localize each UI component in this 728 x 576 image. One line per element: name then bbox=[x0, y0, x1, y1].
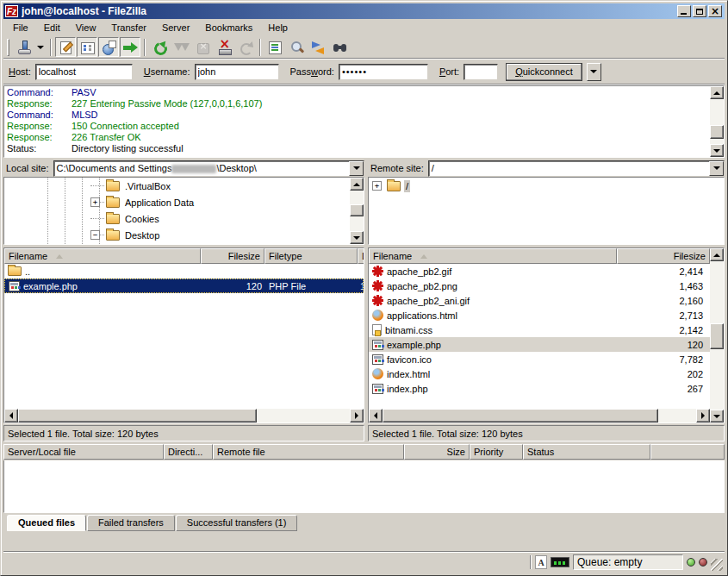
down-arrow-icon bbox=[353, 236, 360, 240]
tree-expander[interactable]: − bbox=[90, 230, 100, 240]
local-site-combobox[interactable]: C:\Documents and Settings\Desktop\ bbox=[53, 160, 364, 177]
menu-file[interactable]: File bbox=[5, 21, 36, 34]
reconnect-button[interactable] bbox=[235, 37, 256, 57]
apache-file-icon bbox=[372, 295, 383, 306]
scroll-thumb[interactable] bbox=[18, 409, 257, 423]
queue-column-server-local-file[interactable]: Server/Local file bbox=[3, 444, 164, 460]
site-manager-dropdown-button[interactable] bbox=[34, 37, 47, 57]
reconnect-icon bbox=[239, 41, 253, 54]
scroll-right-button[interactable] bbox=[696, 409, 710, 423]
cancel-operation-button[interactable] bbox=[192, 37, 213, 57]
scroll-thumb[interactable] bbox=[710, 323, 724, 349]
scroll-left-button[interactable] bbox=[369, 409, 383, 423]
queue-status: Queue: empty bbox=[573, 554, 683, 570]
queue-column-remote-file[interactable]: Remote file bbox=[213, 444, 404, 460]
scroll-down-button[interactable] bbox=[350, 231, 364, 244]
file-row-apache-pb2-gif[interactable]: apache_pb2.gif2,414 bbox=[369, 264, 710, 279]
close-icon: × bbox=[711, 7, 719, 16]
remote-file-list-pane: FilenameFilesize apache_pb2.gif2,414apac… bbox=[368, 247, 725, 423]
toggle-message-log-button[interactable] bbox=[55, 37, 76, 57]
file-row-favicon-ico[interactable]: favicon.ico7,782 bbox=[369, 352, 710, 366]
close-button[interactable]: × bbox=[708, 5, 722, 17]
queue-column-priority[interactable]: Priority bbox=[470, 444, 523, 460]
scroll-up-button[interactable] bbox=[710, 86, 724, 99]
tab-failed-transfers[interactable]: Failed transfers bbox=[87, 515, 175, 531]
file-row-example-php[interactable]: example.php120PHP File1 bbox=[4, 279, 364, 293]
tree-expander[interactable]: + bbox=[372, 181, 382, 191]
file-row-apache-pb2-ani-gif[interactable]: apache_pb2_ani.gif2,160 bbox=[369, 293, 710, 308]
column-header-filesize[interactable]: Filesize bbox=[201, 248, 264, 264]
remote-site-dropdown[interactable] bbox=[709, 161, 724, 176]
site-manager-button[interactable] bbox=[13, 37, 34, 57]
file-row--[interactable]: .. bbox=[4, 264, 364, 279]
directory-listing-filters-button[interactable] bbox=[264, 37, 285, 57]
log-command-row: Command:PASV bbox=[4, 87, 710, 98]
quickconnect-dropdown[interactable] bbox=[587, 63, 601, 81]
local-site-dropdown[interactable] bbox=[349, 161, 364, 176]
scroll-down-button[interactable] bbox=[710, 144, 724, 157]
toggle-transfer-queue-button[interactable] bbox=[120, 37, 140, 57]
tree-connector bbox=[90, 218, 104, 219]
directory-comparison-button[interactable] bbox=[286, 37, 307, 57]
queue-column-status[interactable]: Status bbox=[523, 444, 650, 460]
disconnect-button[interactable] bbox=[214, 37, 234, 57]
menu-transfer[interactable]: Transfer bbox=[103, 21, 154, 34]
toggle-remote-tree-button[interactable] bbox=[98, 37, 119, 57]
scroll-up-button[interactable] bbox=[710, 248, 724, 261]
tree-item-desktop[interactable]: −Desktop bbox=[4, 227, 350, 243]
tab-successful-transfers-1-[interactable]: Successful transfers (1) bbox=[176, 515, 298, 531]
tab-queued-files[interactable]: Queued files bbox=[7, 515, 86, 531]
menu-edit[interactable]: Edit bbox=[36, 21, 68, 34]
tree-expander[interactable]: + bbox=[90, 197, 100, 207]
column-header-filename[interactable]: Filename bbox=[4, 248, 201, 264]
find-files-button[interactable] bbox=[329, 37, 350, 57]
username-input[interactable] bbox=[195, 64, 279, 80]
tree-item-root[interactable]: +/ bbox=[369, 178, 724, 194]
menu-help[interactable]: Help bbox=[260, 21, 296, 34]
tree-item-application-data[interactable]: +Application Data bbox=[4, 194, 350, 210]
queue-column-size[interactable]: Size bbox=[404, 444, 470, 460]
scroll-thumb[interactable] bbox=[710, 125, 724, 139]
column-header-filetype[interactable]: Filetype bbox=[264, 248, 358, 264]
filename-cell: index.html bbox=[369, 366, 617, 381]
local-site-bar: Local site: C:\Documents and Settings\De… bbox=[3, 160, 364, 177]
minimize-button[interactable] bbox=[677, 5, 691, 17]
queue-column-directi-[interactable]: Directi... bbox=[164, 444, 213, 460]
host-input[interactable] bbox=[35, 64, 133, 80]
password-input[interactable] bbox=[339, 64, 428, 80]
scroll-up-button[interactable] bbox=[350, 178, 364, 191]
menu-view[interactable]: View bbox=[68, 21, 104, 34]
port-input[interactable] bbox=[464, 64, 498, 80]
quickconnect-button[interactable]: Quickconnect bbox=[506, 63, 582, 81]
scroll-track bbox=[18, 409, 350, 423]
tree-item--virtualbox[interactable]: .VirtualBox bbox=[4, 178, 350, 194]
column-header-l[interactable]: L bbox=[358, 248, 364, 264]
scroll-track bbox=[383, 409, 696, 423]
scroll-thumb[interactable] bbox=[350, 204, 364, 216]
column-header-filesize[interactable]: Filesize bbox=[617, 248, 710, 264]
scroll-thumb[interactable] bbox=[383, 409, 658, 423]
file-row-bitnami-css[interactable]: bitnami.css2,142 bbox=[369, 322, 710, 337]
scroll-down-button[interactable] bbox=[710, 410, 724, 423]
scroll-right-button[interactable] bbox=[350, 409, 364, 423]
remote-site-combobox[interactable]: / bbox=[428, 160, 725, 177]
message-log-rows: Command:PASVResponse:227 Entering Passiv… bbox=[4, 86, 710, 157]
process-queue-button[interactable] bbox=[171, 37, 191, 57]
menu-server[interactable]: Server bbox=[154, 21, 197, 34]
toggle-local-tree-button[interactable] bbox=[77, 37, 97, 57]
column-header-filename[interactable]: Filename bbox=[369, 248, 617, 264]
maximize-button[interactable] bbox=[693, 5, 706, 17]
file-row-index-php[interactable]: index.php267 bbox=[369, 381, 710, 396]
refresh-button[interactable] bbox=[149, 37, 170, 57]
up-arrow-icon bbox=[713, 91, 720, 95]
file-row-example-php[interactable]: example.php120 bbox=[369, 337, 710, 352]
file-row-applications-html[interactable]: applications.html2,713 bbox=[369, 308, 710, 322]
file-row-index-html[interactable]: index.html202 bbox=[369, 366, 710, 381]
menu-bookmarks[interactable]: Bookmarks bbox=[197, 21, 260, 34]
disconnect-icon bbox=[217, 41, 232, 54]
file-row-apache-pb2-png[interactable]: apache_pb2.png1,463 bbox=[369, 279, 710, 293]
synchronized-browsing-button[interactable] bbox=[308, 37, 328, 57]
scroll-left-button[interactable] bbox=[4, 409, 18, 423]
tree-item-cookies[interactable]: Cookies bbox=[4, 210, 350, 227]
resize-grip[interactable] bbox=[711, 559, 723, 571]
